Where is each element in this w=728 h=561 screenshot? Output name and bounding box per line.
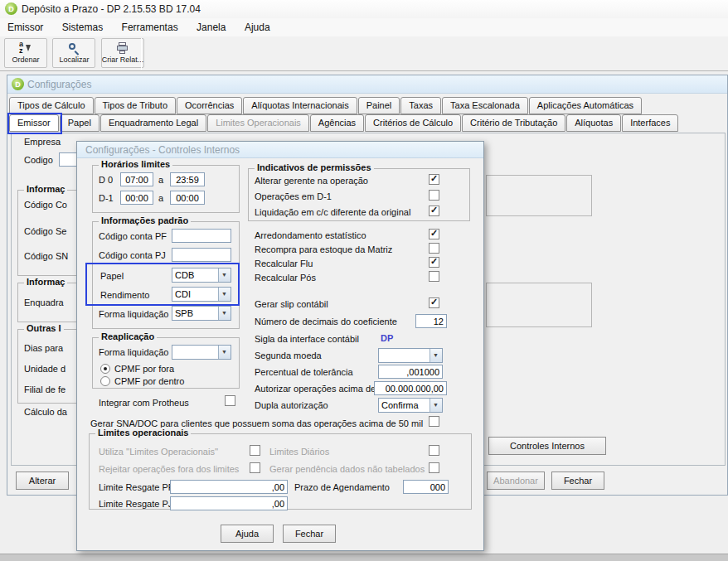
tab-enquadramento-legal[interactable]: Enquadramento Legal [100,114,206,132]
group-horarios-title: Horários limites [99,159,172,170]
fechar-window-button[interactable]: Fechar [551,472,604,490]
dupla-autorizacao-select[interactable]: Confirma [378,398,443,413]
autorizar-acima-input[interactable] [374,381,447,395]
label-alterar-gerente: Alterar gerente na operação [255,176,368,186]
forma-liquidacao-select[interactable]: SPB [172,306,231,321]
tab-aliquotas-internacionais[interactable]: Alíquotas Internacionais [243,97,357,114]
chevron-down-icon[interactable] [218,268,231,282]
conta-pj-input[interactable] [172,248,231,262]
label-a-1: a [158,175,163,186]
operacoes-d1-checkbox[interactable] [429,190,439,201]
label-segunda-moeda: Segunda moeda [255,351,322,361]
prazo-agendamento-input[interactable] [403,480,449,494]
controles-internos-button[interactable]: Controles Internos [488,437,606,455]
fechar-dialog-button[interactable]: Fechar [283,525,336,543]
gerar-slip-checkbox[interactable]: ✓ [429,297,439,308]
gerar-sna-checkbox[interactable] [429,416,439,427]
cpmf-por-dentro-radio[interactable] [100,376,110,386]
dialog-titlebar[interactable]: Configurações - Controles Internos [77,142,483,158]
label-operacoes-d1: Operações em D-1 [255,191,332,202]
menu-emissor[interactable]: Emissor [0,18,51,36]
forma-liquidacao-value: SPB [175,308,193,318]
window-logo-icon: D [12,78,24,90]
rejeitar-operacoes-checkbox[interactable] [250,462,260,473]
tab-criterio-de-tributacao[interactable]: Critério de Tributação [462,114,565,132]
percentual-tolerancia-input[interactable] [378,365,443,379]
segunda-moeda-select[interactable] [378,348,443,363]
alterar-button[interactable]: Alterar [16,472,69,490]
label-conta-pj: Código conta PJ [99,250,166,261]
label-liquidacao-cc: Liquidação em c/c diferente da original [255,207,410,218]
menu-ajuda[interactable]: Ajuda [237,18,278,36]
toolbar-separator [141,38,142,70]
chevron-down-icon[interactable] [218,346,231,359]
check-icon: ✓ [430,297,438,307]
sort-z-glyph: z [19,46,23,55]
cpmf-por-fora-radio[interactable] [100,364,110,374]
app-title: Depósito a Prazo - DP 2.15.53 BD 17.04 [22,3,201,15]
num-decimais-input[interactable] [415,314,447,328]
localizar-label: Localizar [59,56,89,64]
ordenar-button[interactable]: a z Ordenar [4,38,47,68]
tab-limites-operacionais[interactable]: Limites Operacionais [207,114,309,132]
tab-taxas[interactable]: Taxas [400,97,441,114]
configuracoes-titlebar[interactable]: D Configurações [7,75,727,94]
menu-janela[interactable]: Janela [189,18,233,36]
menu-bar: Emissor Sistemas Ferramentas Janela Ajud… [0,18,728,36]
tab-papel[interactable]: Papel [60,114,99,132]
menu-ferramentas[interactable]: Ferramentas [114,18,186,36]
papel-select[interactable]: CDB [172,268,231,283]
tab-interfaces[interactable]: Interfaces [622,114,678,132]
criar-relatorio-button[interactable]: Criar Relat... [101,38,144,68]
down-arrow-icon [26,45,31,51]
integrar-protheus-checkbox[interactable] [225,395,235,406]
limite-resgate-pj-input[interactable] [170,496,288,510]
ajuda-button[interactable]: Ajuda [221,525,274,543]
localizar-button[interactable]: Localizar [52,38,95,68]
label-filial: Filial de fe [24,384,66,395]
conta-pf-input[interactable] [172,229,231,243]
abandonar-button[interactable]: Abandonar [487,472,545,490]
limite-resgate-pf-input[interactable] [170,480,288,494]
groupbox-fragment-1 [486,175,592,216]
tab-criterios-de-calculo[interactable]: Critérios de Cálculo [365,114,461,132]
tab-aliquotas[interactable]: Alíquotas [566,114,621,132]
label-forma-liquidacao: Forma liquidação [99,309,168,320]
search-icon [67,42,80,55]
menu-sistemas[interactable]: Sistemas [55,18,110,36]
utiliza-limites-checkbox[interactable] [250,445,260,456]
chevron-down-icon[interactable] [218,307,231,320]
d0-to-input[interactable] [170,172,205,186]
arredondamento-checkbox[interactable]: ✓ [429,229,439,239]
d1-from-input[interactable] [120,191,153,205]
tab-tipos-de-tributo[interactable]: Tipos de Tributo [95,97,176,114]
bottom-strip [0,554,728,561]
screen: { "app": { "title": "Depósito a Prazo - … [0,0,728,561]
configuracoes-title: Configurações [27,79,91,90]
tab-taxa-escalonada[interactable]: Taxa Escalonada [442,97,528,114]
tab-tipos-de-calculo[interactable]: Tipos de Cálculo [9,97,94,114]
limites-diarios-checkbox[interactable] [429,445,439,456]
d0-from-input[interactable] [120,172,153,186]
tab-painel[interactable]: Painel [358,97,400,114]
rendimento-select[interactable]: CDI [172,287,231,302]
tab-agencias[interactable]: Agências [310,114,364,132]
group-informacoes-1-title: Informaç [24,184,67,195]
recompra-checkbox[interactable] [429,243,439,254]
chevron-down-icon[interactable] [430,349,442,362]
chevron-down-icon[interactable] [430,399,442,412]
chevron-down-icon[interactable] [218,288,231,301]
recalcular-flu-checkbox[interactable]: ✓ [429,257,439,268]
label-codigo-se: Código Se [24,226,66,237]
tab-emissor[interactable]: Emissor [9,114,59,132]
recalcular-pos-checkbox[interactable] [429,271,439,282]
gerar-pendencia-checkbox[interactable] [429,462,439,473]
liquidacao-cc-checkbox[interactable]: ✓ [429,206,439,216]
d1-to-input[interactable] [170,191,205,205]
tab-ocorrencias[interactable]: Ocorrências [177,97,242,114]
toolbar: a z Ordenar Localizar Criar Relat... [0,36,728,71]
alterar-gerente-checkbox[interactable]: ✓ [429,174,439,185]
label-codigo: Codigo [24,155,53,166]
reap-forma-select[interactable] [172,345,231,360]
tab-aplicacoes-automaticas[interactable]: Aplicações Automáticas [529,97,642,114]
